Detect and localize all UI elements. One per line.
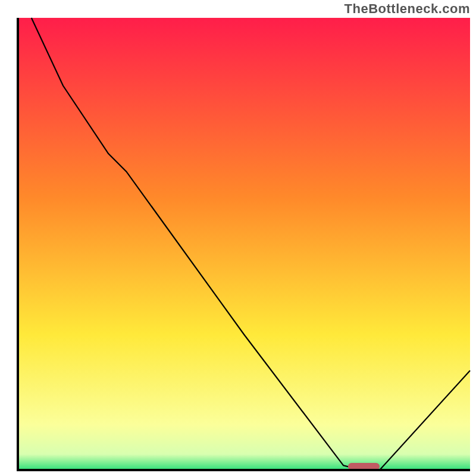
watermark-text: TheBottleneck.com	[345, 1, 470, 17]
plot-background	[18, 18, 470, 470]
chart-container: TheBottleneck.com	[0, 0, 476, 476]
bottleneck-chart	[0, 0, 476, 476]
